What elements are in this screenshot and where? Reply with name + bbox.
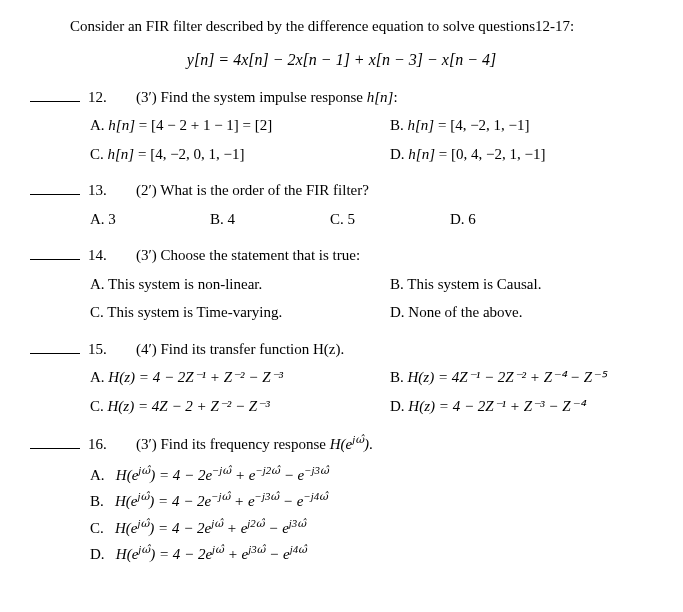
q14-opt-b: B. This system is Causal. xyxy=(390,273,541,296)
q12-var: h[n] xyxy=(367,89,394,105)
q15-opt-b: B. H(z) = 4Z⁻¹ − 2Z⁻² + Z⁻⁴ − Z⁻⁵ xyxy=(390,366,606,389)
q15-b-math: H(z) = 4Z⁻¹ − 2Z⁻² + Z⁻⁴ − Z⁻⁵ xyxy=(408,369,607,385)
q12-d-var: h[n] xyxy=(408,146,435,162)
q16-prompt: (3′) Find its frequency response H(ejω̂)… xyxy=(136,431,653,456)
q12-a-post: = [4 − 2 + 1 − 1] = [2] xyxy=(135,117,272,133)
q12-number: 12. xyxy=(88,86,118,109)
q13-opt-b: B. 4 xyxy=(210,208,330,231)
q12-d-pre: D. xyxy=(390,146,408,162)
q13-options: A. 3 B. 4 C. 5 D. 6 xyxy=(90,208,653,231)
question-15: 15. (4′) Find its transfer function H(z)… xyxy=(30,338,653,361)
q16-prompt-post: . xyxy=(369,436,373,452)
q15-c-math: H(z) = 4Z − 2 + Z⁻² − Z⁻³ xyxy=(108,398,270,414)
q16-number: 16. xyxy=(88,433,118,456)
q12-prompt-end: : xyxy=(393,89,397,105)
q15-c-pre: C. xyxy=(90,398,108,414)
q16-prompt-pre: (3′) Find its frequency response xyxy=(136,436,330,452)
q15-b-pre: B. xyxy=(390,369,408,385)
q15-opt-c: C. H(z) = 4Z − 2 + Z⁻² − Z⁻³ xyxy=(90,395,390,418)
q12-d-post: = [0, 4, −2, 1, −1] xyxy=(435,146,545,162)
q15-a-math: H(z) = 4 − 2Z⁻¹ + Z⁻² − Z⁻³ xyxy=(108,369,283,385)
q12-b-pre: B. xyxy=(390,117,408,133)
q14-number: 14. xyxy=(88,244,118,267)
q12-c-pre: C. xyxy=(90,146,108,162)
q14-opt-a: A. This system is non-linear. xyxy=(90,273,390,296)
q12-c-post: = [4, −2, 0, 1, −1] xyxy=(134,146,244,162)
answer-blank[interactable] xyxy=(30,435,80,449)
q15-opt-d: D. H(z) = 4 − 2Z⁻¹ + Z⁻³ − Z⁻⁴ xyxy=(390,395,585,418)
q13-number: 13. xyxy=(88,179,118,202)
q16-options: A. H(ejω̂) = 4 − 2e−jω̂ + e−j2ω̂ − e−j3ω… xyxy=(90,462,653,566)
q16-opt-d: D. H(ejω̂) = 4 − 2ejω̂ + ej3ω̂ − ej4ω̂ xyxy=(90,541,653,566)
q12-prompt-text: (3′) Find the system impulse response xyxy=(136,89,367,105)
intro-text: Consider an FIR filter described by the … xyxy=(70,15,653,38)
q12-c-var: h[n] xyxy=(108,146,135,162)
question-14: 14. (3′) Choose the statement that is tr… xyxy=(30,244,653,267)
q14-prompt: (3′) Choose the statement that is true: xyxy=(136,244,653,267)
q15-number: 15. xyxy=(88,338,118,361)
q12-b-var: h[n] xyxy=(408,117,435,133)
answer-blank[interactable] xyxy=(30,88,80,102)
q13-opt-c: C. 5 xyxy=(330,208,450,231)
q12-options: A. h[n] = [4 − 2 + 1 − 1] = [2] B. h[n] … xyxy=(90,114,653,165)
q12-opt-d: D. h[n] = [0, 4, −2, 1, −1] xyxy=(390,143,545,166)
question-16: 16. (3′) Find its frequency response H(e… xyxy=(30,431,653,456)
q15-prompt: (4′) Find its transfer function H(z). xyxy=(136,338,653,361)
q12-opt-c: C. h[n] = [4, −2, 0, 1, −1] xyxy=(90,143,390,166)
q14-opt-c: C. This system is Time-varying. xyxy=(90,301,390,324)
q12-opt-a: A. h[n] = [4 − 2 + 1 − 1] = [2] xyxy=(90,114,390,137)
q14-options: A. This system is non-linear. B. This sy… xyxy=(90,273,653,324)
q15-d-math: H(z) = 4 − 2Z⁻¹ + Z⁻³ − Z⁻⁴ xyxy=(408,398,584,414)
answer-blank[interactable] xyxy=(30,246,80,260)
q13-prompt: (2′) What is the order of the FIR filter… xyxy=(136,179,653,202)
q15-options: A. H(z) = 4 − 2Z⁻¹ + Z⁻² − Z⁻³ B. H(z) =… xyxy=(90,366,653,417)
main-equation: y[n] = 4x[n] − 2x[n − 1] + x[n − 3] − x[… xyxy=(30,48,653,72)
q13-opt-a: A. 3 xyxy=(90,208,210,231)
q16-opt-c: C. H(ejω̂) = 4 − 2ejω̂ + ej2ω̂ − ej3ω̂ xyxy=(90,515,653,540)
question-12: 12. (3′) Find the system impulse respons… xyxy=(30,86,653,109)
q13-opt-d: D. 6 xyxy=(450,208,570,231)
q16-opt-a: A. H(ejω̂) = 4 − 2e−jω̂ + e−j2ω̂ − e−j3ω… xyxy=(90,462,653,487)
q12-opt-b: B. h[n] = [4, −2, 1, −1] xyxy=(390,114,530,137)
q16-hfunc: H(ejω̂) xyxy=(330,436,369,452)
q15-opt-a: A. H(z) = 4 − 2Z⁻¹ + Z⁻² − Z⁻³ xyxy=(90,366,390,389)
q16-opt-b: B. H(ejω̂) = 4 − 2e−jω̂ + e−j3ω̂ − e−j4ω… xyxy=(90,488,653,513)
answer-blank[interactable] xyxy=(30,340,80,354)
q14-opt-d: D. None of the above. xyxy=(390,301,522,324)
q15-d-pre: D. xyxy=(390,398,408,414)
question-13: 13. (2′) What is the order of the FIR fi… xyxy=(30,179,653,202)
q12-a-pre: A. xyxy=(90,117,108,133)
q15-a-pre: A. xyxy=(90,369,108,385)
answer-blank[interactable] xyxy=(30,181,80,195)
q12-prompt: (3′) Find the system impulse response h[… xyxy=(136,86,653,109)
q12-a-var: h[n] xyxy=(108,117,135,133)
q12-b-post: = [4, −2, 1, −1] xyxy=(434,117,529,133)
